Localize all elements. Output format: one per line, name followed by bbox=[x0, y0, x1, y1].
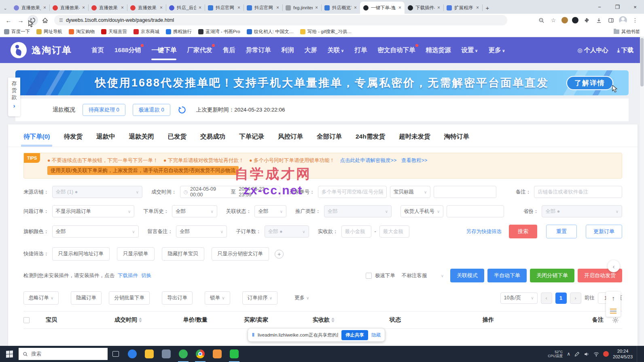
extension-badge-icon[interactable] bbox=[572, 17, 578, 23]
nav-item-settings[interactable]: 设置∨ bbox=[462, 46, 478, 55]
browser-tab[interactable]: 抖店官网 -|× bbox=[244, 2, 282, 14]
hide-order-button[interactable]: 隐藏订单 bbox=[71, 291, 102, 305]
tab-close-icon[interactable]: × bbox=[276, 5, 279, 11]
reset-button[interactable]: 重置 bbox=[546, 225, 577, 238]
nav-item-association[interactable]: 关联∨ bbox=[327, 46, 344, 55]
apply-quota-link[interactable]: 点击此处申请解密额度>> bbox=[340, 158, 397, 163]
window-minimize-button[interactable]: − bbox=[591, 0, 608, 14]
extension-icon[interactable] bbox=[561, 17, 568, 23]
browser-tab[interactable]: 直播效果_三× bbox=[11, 2, 49, 14]
task-view-button[interactable] bbox=[108, 346, 124, 362]
zoom-page-icon[interactable] bbox=[537, 16, 545, 24]
side-panel-icon[interactable] bbox=[607, 16, 615, 24]
more-actions-button[interactable]: 更多∨ bbox=[290, 292, 314, 304]
new-tab-button[interactable]: + bbox=[482, 2, 493, 13]
tab-order-history[interactable]: 下单记录 bbox=[239, 133, 264, 147]
assoc-mode-button[interactable]: 关联模式 bbox=[450, 269, 484, 282]
tab-close-icon[interactable]: × bbox=[354, 5, 357, 11]
downloads-icon[interactable] bbox=[595, 16, 603, 24]
bookmark-item[interactable]: 天猫直营 bbox=[101, 29, 127, 35]
download-link[interactable]: ⤓下载 bbox=[617, 46, 633, 54]
save-quick-filter-link[interactable]: 另存为快捷筛选 bbox=[466, 228, 502, 235]
page-scrollbar[interactable] bbox=[640, 37, 644, 346]
browser-tab[interactable]: 直播效果× bbox=[127, 2, 166, 14]
province-select[interactable]: 全部 ●∨ bbox=[542, 205, 622, 217]
volume-icon[interactable] bbox=[584, 351, 589, 357]
taskbar-app-notes[interactable] bbox=[209, 346, 226, 362]
nav-item-1688[interactable]: 1688分销 bbox=[114, 46, 141, 55]
col-paid[interactable]: 实收款 bbox=[313, 316, 390, 324]
forward-button[interactable]: → bbox=[15, 15, 26, 25]
extensions-puzzle-icon[interactable] bbox=[583, 16, 591, 24]
notification-center-button[interactable] bbox=[637, 346, 641, 362]
app-logo-icon[interactable] bbox=[11, 42, 27, 58]
tab-close-icon[interactable]: × bbox=[398, 5, 401, 11]
nav-item-print[interactable]: 打单 bbox=[355, 46, 367, 55]
browser-tab[interactable]: 扩展程序× bbox=[443, 2, 482, 14]
col-status[interactable]: 状态 bbox=[390, 316, 483, 324]
item-title-select[interactable]: 宝贝标题∨ bbox=[390, 186, 431, 198]
paid-max-input[interactable]: 最大金额 bbox=[379, 225, 409, 238]
quick-filter-same-address[interactable]: 只显示相同地址订单 bbox=[52, 247, 110, 261]
order-sort-button[interactable]: 订单排序∨ bbox=[242, 291, 278, 305]
tab-risk-orders[interactable]: 风控订单 bbox=[278, 133, 303, 147]
taskbar-app-explorer[interactable] bbox=[141, 346, 158, 362]
site-info-icon[interactable]: ☰ bbox=[59, 18, 63, 23]
bookmark-item[interactable]: 淘宝购物 bbox=[69, 29, 95, 35]
ignore-order-button[interactable]: 忽略订单∨ bbox=[23, 291, 59, 305]
banner-cta-button[interactable]: 了解详情 bbox=[566, 76, 613, 90]
side-collapsed-panel[interactable]: 存 货 款 › bbox=[8, 78, 20, 116]
user-center-link[interactable]: ◎个人中心 bbox=[578, 46, 608, 54]
profile-avatar[interactable] bbox=[619, 16, 627, 24]
nav-item-bigscreen[interactable]: 大屏 bbox=[304, 46, 317, 55]
taskbar-app-chrome[interactable] bbox=[192, 346, 209, 362]
bookmark-item[interactable]: 纹化初人: 中国文… bbox=[247, 29, 294, 35]
promo-type-select[interactable]: 全部∨ bbox=[324, 205, 392, 217]
taskbar-clock[interactable]: 20:24 2024/5/23 bbox=[613, 348, 633, 360]
bookmark-item[interactable]: 蓝湖湾 - 书画Pro bbox=[198, 29, 240, 35]
app-logo-text[interactable]: 逸淘订单 bbox=[32, 44, 72, 57]
browser-tab[interactable]: fxg.jinritem× bbox=[282, 2, 321, 14]
nav-item-aftersale[interactable]: 售后 bbox=[222, 46, 235, 55]
taskbar-app-green-browser[interactable] bbox=[175, 346, 192, 362]
tab-overdue[interactable]: 超时未发货 bbox=[399, 133, 430, 147]
pen-icon[interactable] bbox=[574, 351, 580, 357]
receiver-phone-select[interactable]: 收货人手机号∨ bbox=[400, 205, 443, 217]
switch-plugin-link[interactable]: 切换 bbox=[141, 272, 151, 279]
bookmark-item[interactable]: 携程旅行 bbox=[166, 29, 192, 35]
tab-all-orders[interactable]: 全部订单 bbox=[317, 133, 342, 147]
tray-security-icon[interactable] bbox=[603, 351, 609, 357]
tray-expand-icon[interactable]: ∧ bbox=[567, 351, 570, 357]
taskbar-app-browser[interactable] bbox=[124, 346, 141, 362]
browser-tab[interactable]: 抖店官网 -|× bbox=[205, 2, 244, 14]
order-history-select[interactable]: 全部∨ bbox=[172, 205, 217, 217]
note-input[interactable]: 店铺备注或者软件备注 bbox=[534, 186, 622, 198]
nav-item-home[interactable]: 首页 bbox=[91, 46, 104, 55]
tab-refund-closed[interactable]: 退款关闭 bbox=[129, 133, 154, 147]
tab-close-icon[interactable]: × bbox=[476, 5, 479, 11]
source-shop-select[interactable]: 全部 (1) ●∨ bbox=[52, 186, 143, 198]
tab-taote[interactable]: 淘特订单 bbox=[444, 133, 469, 147]
back-to-top-button[interactable]: ↑ bbox=[612, 295, 615, 302]
bookmark-star-icon[interactable]: ☆ bbox=[549, 16, 557, 24]
scrollbar-thumb[interactable] bbox=[640, 38, 644, 86]
lock-order-button[interactable]: 锁单∨ bbox=[205, 291, 230, 305]
tab-close-icon[interactable]: × bbox=[237, 5, 240, 11]
hide-share-bar-link[interactable]: 隐藏 bbox=[371, 332, 381, 338]
export-orders-button[interactable]: 导出订单 bbox=[162, 291, 193, 305]
taskbar-app-wechat[interactable] bbox=[226, 346, 243, 362]
menu-lines-icon[interactable] bbox=[610, 309, 616, 314]
home-button[interactable] bbox=[40, 15, 50, 25]
browser-tab[interactable]: 直播效果× bbox=[88, 2, 127, 14]
close-distribution-button[interactable]: 关闭分销下单 bbox=[530, 269, 574, 282]
tab-close-icon[interactable]: × bbox=[160, 5, 163, 11]
window-close-button[interactable]: × bbox=[626, 0, 644, 14]
nav-item-one-click-order[interactable]: 一键下单 bbox=[151, 46, 176, 55]
browser-tab[interactable]: 抖店概览市× bbox=[321, 2, 360, 14]
quick-filter-cipher-orders[interactable]: 只显示分销密文订单 bbox=[212, 247, 269, 261]
tab-to-ship[interactable]: 待发货 bbox=[64, 133, 83, 147]
batch-order-button[interactable]: 分销批量下单 bbox=[109, 291, 150, 305]
sort-icon[interactable] bbox=[331, 318, 335, 322]
browser-tab-active[interactable]: 一键下单-逸× bbox=[360, 2, 405, 14]
quick-filter-hide-printed[interactable]: 隐藏打单宝贝 bbox=[162, 247, 204, 261]
